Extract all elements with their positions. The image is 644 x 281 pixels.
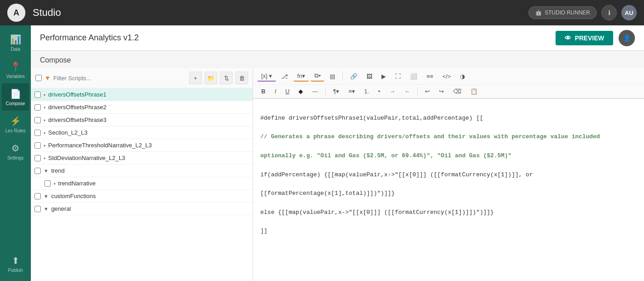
sidebar-item-data[interactable]: 📊 Data [2,29,29,56]
user-settings-button[interactable]: 👤 [619,30,635,46]
publish-icon: ⬆ [12,255,20,266]
undo-btn[interactable]: ↩ [421,87,434,96]
fullscreen-btn[interactable]: ⛶ [391,72,405,81]
delete-button[interactable]: 🗑 [235,72,248,84]
script-name: Section_L2_L3 [48,129,88,136]
folder-checkbox[interactable] [34,193,41,199]
top-bar: A Studio 🤖 STUDIO RUNNER ℹ AU [0,0,644,25]
list-item[interactable]: ▪ driversOffsetsPhrase3 [31,114,253,126]
metrics-btn[interactable]: ≡≡ [423,72,437,81]
script-file-icon: ▪ [44,155,45,161]
sidebar-item-variables[interactable]: 📍 Variables [2,56,29,83]
script-file-icon: ▪ [44,117,45,123]
outdent-btn[interactable]: ← [400,87,414,96]
script-checkbox[interactable] [34,104,41,111]
underline-btn[interactable]: U [282,87,293,96]
video-btn[interactable]: ▶ [378,72,390,81]
script-name: StdDeviationNarrative_L2_L3 [48,155,125,161]
filter-scripts-input[interactable] [54,75,186,82]
script-name: PerformanceThresholdNarrative_L2_L3 [48,142,151,149]
add-folder-button[interactable]: 📁 [205,72,217,84]
settings-icon: ⚙ [11,143,20,154]
theme-btn[interactable]: ◑ [456,72,468,81]
select-all-checkbox[interactable] [35,75,42,81]
code-line: optionally e.g. "Oil and Gas ($2.5M, or … [260,151,637,161]
folder-arrow-icon: ▼ [44,168,49,174]
scripts-list: ▪ driversOffsetsPhrase1 ▪ driversOffsets… [31,88,253,281]
script-file-icon: ▪ [44,142,45,149]
sidebar-item-compose[interactable]: 📄 Compose [2,83,29,111]
indent-btn[interactable]: → [385,87,399,96]
grid-btn[interactable]: ▤ [326,72,339,81]
folder-item-trend[interactable]: ▼ trend [31,165,253,177]
sort-button[interactable]: ⇅ [220,72,233,84]
sidebar-publish-label: Publish [8,268,23,273]
folder-item-custom[interactable]: ▼ customFunctions [31,190,253,203]
align-btn[interactable]: ≡▾ [345,87,359,96]
code-line: // Generates a phrase describing drivers… [260,132,637,142]
list-item[interactable]: ▪ PerformanceThresholdNarrative_L2_L3 [31,139,253,152]
sidebar-compose-label: Compose [6,101,25,106]
clipboard-btn[interactable]: 📋 [467,87,481,96]
erase-btn[interactable]: ⌫ [449,87,465,96]
sidebar-item-settings[interactable]: ⚙ Settings [2,138,29,165]
table-btn[interactable]: ⬜ [406,72,421,81]
horizontal-rule-btn[interactable]: — [308,87,322,96]
content-area: Performance Analytics v1.2 👁 PREVIEW 👤 C… [31,25,644,281]
folder-checkbox[interactable] [34,168,41,174]
script-checkbox[interactable] [34,142,41,149]
template-btn[interactable]: [x] ▾ [258,71,276,82]
paragraph-btn[interactable]: ¶▾ [329,87,343,96]
italic-btn[interactable]: I [271,87,280,96]
add-script-button[interactable]: + [189,72,202,84]
list-item[interactable]: ▪ driversOffsetsPhrase1 [31,88,253,101]
folder-item-general[interactable]: ▼ general [31,203,253,215]
lex-rules-icon: ⚡ [10,116,21,126]
code-line: #define driversOffsetsPhrase1(valuePair,… [260,114,637,123]
list-item[interactable]: ▪ StdDeviationNarrative_L2_L3 [31,152,253,165]
studio-runner-button[interactable]: 🤖 STUDIO RUNNER [528,6,597,19]
ordered-list-btn[interactable]: 1. [361,87,373,96]
script-checkbox[interactable] [34,130,41,136]
link-btn[interactable]: 🔗 [346,72,361,81]
toolbar-divider [325,87,326,96]
info-button[interactable]: ℹ [601,5,617,20]
compose-area: Compose ▼ + 📁 ⇅ 🗑 [31,51,644,281]
folder-checkbox[interactable] [34,206,41,212]
sub-header: Performance Analytics v1.2 👁 PREVIEW 👤 [31,25,644,51]
user-icon: 👤 [623,34,631,42]
code-editor[interactable]: #define driversOffsetsPhrase1(valuePair,… [253,99,644,281]
toolbar-divider [342,72,343,81]
code-line: if(addPercentage) {[[map(valuePair,x->"[… [260,170,637,180]
sidebar-item-lex-rules[interactable]: ⚡ Lex Rules [2,111,29,138]
script-checkbox[interactable] [44,180,51,187]
script-name: driversOffsetsPhrase3 [48,116,106,123]
filter-icon: ▼ [44,74,51,82]
function-btn[interactable]: fn▾ [293,71,309,82]
main-layout: 📊 Data 📍 Variables 📄 Compose ⚡ Lex Rules… [0,25,644,281]
branch-btn[interactable]: ⎇ [278,72,292,81]
unordered-list-btn[interactable]: • [375,87,384,96]
preview-button[interactable]: 👁 PREVIEW [556,31,613,45]
list-item[interactable]: ▪ driversOffsetsPhrase2 [31,101,253,114]
code-line: ]] [260,227,637,236]
logo: A [7,4,25,22]
scripts-panel: ▼ + 📁 ⇅ 🗑 ▪ driversOffsetsPhrase1 [31,68,253,281]
script-checkbox[interactable] [34,117,41,123]
copy-format-btn[interactable]: ⧉▾ [311,71,324,82]
avatar-button[interactable]: AU [621,5,637,20]
sidebar-data-label: Data [10,47,20,52]
image-btn[interactable]: 🖼 [363,72,376,81]
list-item[interactable]: ▪ Section_L2_L3 [31,126,253,139]
list-item[interactable]: ▪ trendNarrative [31,177,253,190]
bold-btn[interactable]: B [258,87,269,96]
code-btn[interactable]: </> [439,72,454,81]
sidebar-item-publish[interactable]: ⬆ Publish [2,250,29,277]
split-pane: ▼ + 📁 ⇅ 🗑 ▪ driversOffsetsPhrase1 [31,68,644,281]
script-checkbox[interactable] [34,155,41,161]
script-checkbox[interactable] [34,92,41,98]
folder-name: trend [51,167,65,174]
redo-btn[interactable]: ↪ [435,87,448,96]
script-name: trendNarrative [58,180,95,187]
text-color-btn[interactable]: ◆ [295,87,307,96]
